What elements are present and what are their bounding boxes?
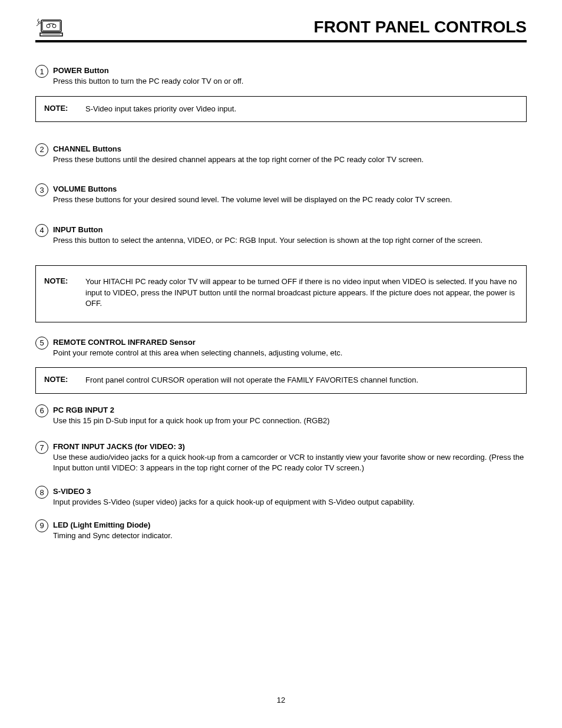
note-text: Your HITACHI PC ready color TV will appe…	[85, 276, 518, 309]
note-label: NOTE:	[44, 276, 85, 309]
page-title: FRONT PANEL CONTROLS	[314, 18, 527, 37]
item-description: Press this button to turn the PC ready c…	[53, 76, 527, 87]
page-number: 12	[0, 696, 562, 704]
control-item: 3 VOLUME Buttons Press these buttons for…	[35, 185, 527, 205]
note-text: Front panel control CURSOR operation wil…	[85, 375, 518, 386]
item-description: Input provides S-Video (super video) jac…	[53, 497, 527, 508]
item-title: LED (Light Emitting Diode)	[53, 521, 527, 529]
item-number-circle: 1	[35, 65, 48, 78]
control-item: 4 INPUT Button Press this button to sele…	[35, 225, 527, 246]
item-title: VOLUME Buttons	[53, 185, 527, 193]
svg-point-3	[52, 24, 56, 28]
item-description: Use this 15 pin D-Sub input for a quick …	[53, 416, 527, 426]
note-box: NOTE: Your HITACHI PC ready color TV wil…	[35, 265, 527, 322]
item-number-circle: 7	[35, 441, 48, 454]
item-number-circle: 4	[35, 224, 48, 237]
note-text: S-Video input takes priority over Video …	[85, 104, 518, 114]
item-number-circle: 8	[35, 486, 48, 499]
note-label: NOTE:	[44, 375, 85, 386]
control-item: 8 S-VIDEO 3 Input provides S-Video (supe…	[35, 487, 527, 508]
item-description: Press these buttons for your desired sou…	[53, 195, 527, 205]
item-description: Press these buttons until the desired ch…	[53, 154, 527, 165]
item-description: Point your remote control at this area w…	[53, 348, 527, 358]
control-item: 2 CHANNEL Buttons Press these buttons un…	[35, 144, 527, 165]
item-title: INPUT Button	[53, 225, 527, 234]
control-item: 1 POWER Button Press this button to turn…	[35, 66, 527, 87]
tv-icon	[35, 18, 64, 37]
svg-rect-0	[41, 20, 61, 32]
item-number-circle: 5	[35, 337, 48, 350]
item-title: PC RGB INPUT 2	[53, 406, 527, 414]
item-number-circle: 2	[35, 143, 48, 156]
note-box: NOTE: S-Video input takes priority over …	[35, 96, 527, 122]
item-description: Use these audio/video jacks for a quick …	[53, 452, 527, 473]
item-description: Press this button to select the antenna,…	[53, 235, 527, 246]
item-title: CHANNEL Buttons	[53, 144, 527, 153]
note-label: NOTE:	[44, 104, 85, 114]
note-box: NOTE: Front panel control CURSOR operati…	[35, 367, 527, 393]
svg-point-2	[47, 24, 50, 28]
item-title: S-VIDEO 3	[53, 487, 527, 496]
item-title: FRONT INPUT JACKS (for VIDEO: 3)	[53, 442, 527, 451]
control-item: 6 PC RGB INPUT 2 Use this 15 pin D-Sub i…	[35, 406, 527, 426]
item-title: REMOTE CONTROL INFRARED Sensor	[53, 338, 527, 347]
item-title: POWER Button	[53, 66, 527, 75]
item-description: Timing and Sync detector indicator.	[53, 531, 527, 541]
svg-rect-1	[42, 21, 60, 31]
control-item: 7 FRONT INPUT JACKS (for VIDEO: 3) Use t…	[35, 442, 527, 473]
item-number-circle: 6	[35, 404, 48, 417]
control-item: 9 LED (Light Emitting Diode) Timing and …	[35, 521, 527, 541]
page-header: FRONT PANEL CONTROLS	[35, 18, 527, 42]
item-number-circle: 9	[35, 519, 48, 532]
item-number-circle: 3	[35, 183, 48, 196]
control-item: 5 REMOTE CONTROL INFRARED Sensor Point y…	[35, 338, 527, 358]
